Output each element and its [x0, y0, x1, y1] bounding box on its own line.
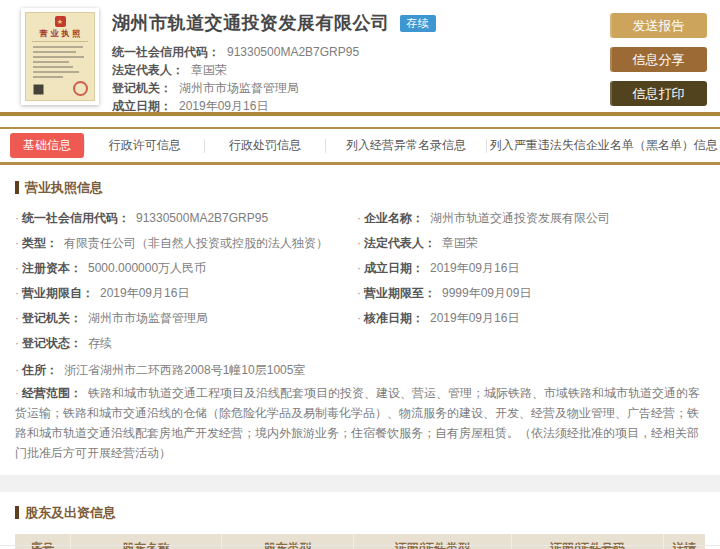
national-emblem-icon: ★ [55, 16, 66, 27]
section-title-business-license: 营业执照信息 [15, 179, 705, 197]
field-registration-status: 登记状态：存续 [15, 335, 345, 351]
field-business-scope: 经营范围：铁路和城市轨道交通工程项目及沿线配套项目的投资、建设、营运、管理；城际… [15, 383, 705, 463]
field-credit-code: 统一社会信用代码：91330500MA2B7GRP95 [15, 210, 345, 226]
col-header-detail: 详情 [664, 534, 705, 549]
license-title: 营业执照 [26, 28, 94, 39]
header-field-credit-code: 统一社会信用代码：91330500MA2B7GRP95 [112, 43, 436, 61]
license-fields-grid: 统一社会信用代码：91330500MA2B7GRP95 类型：有限责任公司（非自… [15, 210, 705, 360]
page-title-company-name: 湖州市轨道交通投资发展有限公司 [112, 11, 390, 35]
field-company-name: 企业名称：湖州市轨道交通投资发展有限公司 [357, 210, 705, 226]
shareholders-table: 序号 股东名称 股东类型 证照/证件类型 证照/证件号码 详情 1 湖州市交通投… [15, 534, 705, 549]
section-title-shareholders: 股东及出资信息 [15, 504, 705, 522]
company-info-page: ★ 营业执照 湖州市轨道交通投资发展有限公司 存续 统一社 [0, 0, 720, 549]
tab-abnormal-operation-list[interactable]: 列入经营异常名录信息 [326, 137, 487, 154]
header-action-buttons: 发送报告 信息分享 信息打印 [610, 13, 707, 115]
status-badge: 存续 [400, 15, 436, 32]
col-header-cert-number: 证照/证件号码 [512, 534, 664, 549]
field-legal-representative: 法定代表人：章国荣 [357, 235, 705, 251]
license-full-width-fields: 住所：浙江省湖州市二环西路2008号1幢10层1005室 经营范围：铁路和城市轨… [15, 360, 705, 463]
field-registry-authority: 登记机关：湖州市市场监督管理局 [15, 310, 345, 326]
section-separator-band [0, 475, 720, 492]
field-establish-date: 成立日期：2019年09月16日 [357, 260, 705, 276]
gold-divider-rule [0, 112, 720, 116]
section-marker-icon [15, 181, 19, 194]
tab-bar: 基础信息 行政许可信息 行政处罚信息 列入经营异常名录信息 列入严重违法失信企业… [0, 127, 720, 165]
tab-admin-license-info[interactable]: 行政许可信息 [85, 137, 204, 154]
license-red-seal-icon [73, 81, 88, 96]
send-report-button[interactable]: 发送报告 [610, 13, 707, 38]
business-license-image: ★ 营业执照 [25, 12, 95, 101]
col-header-shareholder-name: 股东名称 [70, 534, 222, 549]
col-header-shareholder-type: 股东类型 [222, 534, 353, 549]
col-header-index: 序号 [15, 534, 70, 549]
field-address: 住所：浙江省湖州市二环西路2008号1幢10层1005室 [15, 360, 705, 380]
tab-blacklist-info[interactable]: 列入严重违法失信企业名单（黑名单）信息 [487, 137, 720, 154]
license-text-lines [26, 46, 94, 78]
license-divider [32, 41, 88, 42]
field-company-type: 类型：有限责任公司（非自然人投资或控股的法人独资） [15, 235, 345, 251]
tab-basic-info[interactable]: 基础信息 [10, 133, 84, 158]
main-content: 营业执照信息 统一社会信用代码：91330500MA2B7GRP95 类型：有限… [0, 165, 720, 549]
info-share-button[interactable]: 信息分享 [610, 47, 707, 72]
tab-admin-penalty-info[interactable]: 行政处罚信息 [205, 137, 324, 154]
business-license-thumbnail[interactable]: ★ 营业执照 [21, 8, 99, 105]
header-field-legal-rep: 法定代表人：章国荣 [112, 61, 436, 79]
business-license-section: 营业执照信息 统一社会信用代码：91330500MA2B7GRP95 类型：有限… [0, 165, 720, 463]
table-header-row: 序号 股东名称 股东类型 证照/证件类型 证照/证件号码 详情 [15, 534, 705, 549]
company-header: ★ 营业执照 湖州市轨道交通投资发展有限公司 存续 统一社 [0, 0, 720, 112]
col-header-cert-type: 证照/证件类型 [353, 534, 512, 549]
shareholders-section: 股东及出资信息 序号 股东名称 股东类型 证照/证件类型 证照/证件号码 详情 [0, 492, 720, 549]
header-summary-fields: 统一社会信用代码：91330500MA2B7GRP95 法定代表人：章国荣 登记… [112, 43, 436, 115]
field-registered-capital: 注册资本：5000.000000万人民币 [15, 260, 345, 276]
field-term-to: 营业期限至：9999年09月09日 [357, 285, 705, 301]
section-marker-icon [15, 506, 19, 519]
page-bottom-divider [0, 545, 720, 546]
info-print-button[interactable]: 信息打印 [610, 81, 707, 106]
header-field-registry: 登记机关：湖州市市场监督管理局 [112, 79, 436, 97]
license-qr-code-icon [32, 83, 45, 96]
field-term-from: 营业期限自：2019年09月16日 [15, 285, 345, 301]
field-approval-date: 核准日期：2019年09月16日 [357, 310, 705, 326]
